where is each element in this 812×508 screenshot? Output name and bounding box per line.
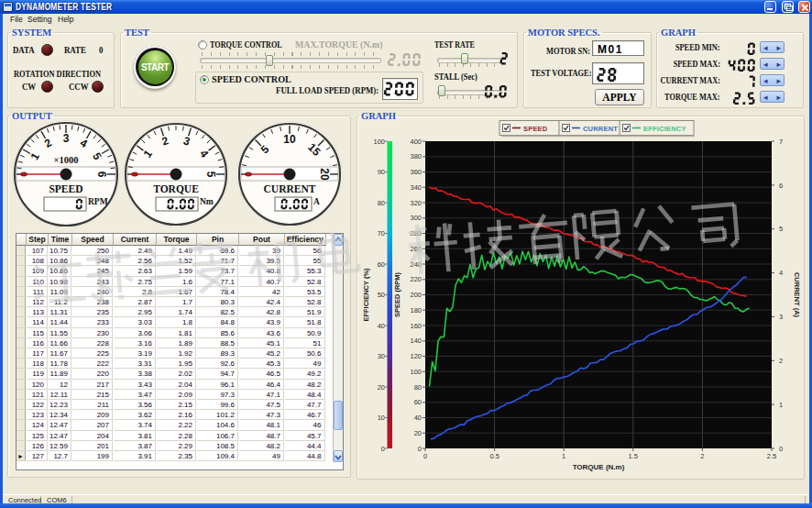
svg-text:0.5: 0.5 xyxy=(489,452,499,460)
svg-text:240: 240 xyxy=(410,260,422,269)
svg-text:60: 60 xyxy=(414,398,422,406)
svg-text:40: 40 xyxy=(414,414,422,422)
svg-text:2.5: 2.5 xyxy=(767,452,776,460)
svg-text:CURRENT (A): CURRENT (A) xyxy=(793,272,801,318)
svg-text:340: 340 xyxy=(410,183,422,192)
svg-text:6: 6 xyxy=(95,171,108,178)
svg-text:1: 1 xyxy=(779,401,783,409)
svg-text:1.5: 1.5 xyxy=(629,452,638,460)
svg-text:CURRENT: CURRENT xyxy=(583,125,618,133)
svg-text:20: 20 xyxy=(318,168,331,181)
svg-text:60: 60 xyxy=(378,260,385,269)
svg-text:160: 160 xyxy=(410,322,422,330)
svg-text:CURRENT: CURRENT xyxy=(264,183,316,194)
svg-text:360: 360 xyxy=(410,168,422,176)
svg-text:220: 220 xyxy=(410,275,422,283)
svg-text:70: 70 xyxy=(378,229,385,237)
svg-text:10: 10 xyxy=(283,133,296,146)
svg-text:380: 380 xyxy=(410,152,422,160)
svg-text:10: 10 xyxy=(378,414,385,422)
svg-text:320: 320 xyxy=(410,199,422,207)
svg-text:Nm: Nm xyxy=(200,197,214,206)
svg-text:TORQUE (N.m): TORQUE (N.m) xyxy=(573,463,625,471)
svg-text:7: 7 xyxy=(779,138,783,146)
svg-text:2: 2 xyxy=(779,357,783,365)
svg-text:300: 300 xyxy=(410,214,422,222)
svg-text:SPEED: SPEED xyxy=(49,183,82,194)
svg-text:100: 100 xyxy=(373,138,385,146)
svg-text:2: 2 xyxy=(700,452,704,460)
svg-text:×1000: ×1000 xyxy=(54,155,79,165)
svg-text:90: 90 xyxy=(378,168,385,176)
svg-text:400: 400 xyxy=(410,138,422,146)
svg-text:0: 0 xyxy=(418,445,422,453)
svg-text:30: 30 xyxy=(378,352,385,360)
svg-text:80: 80 xyxy=(414,383,422,392)
svg-text:80: 80 xyxy=(378,199,385,207)
svg-text:EFFICIENCY: EFFICIENCY xyxy=(643,125,686,133)
svg-text:SPEED (RPM): SPEED (RPM) xyxy=(393,271,401,317)
svg-text:3: 3 xyxy=(779,313,783,321)
svg-text:EFFICIENCY (%): EFFICIENCY (%) xyxy=(362,268,370,322)
svg-text:0: 0 xyxy=(381,445,385,453)
svg-text:180: 180 xyxy=(410,306,422,315)
svg-text:0: 0 xyxy=(423,452,427,460)
svg-text:4: 4 xyxy=(779,269,783,277)
svg-text:20: 20 xyxy=(414,429,422,437)
svg-text:40: 40 xyxy=(378,322,385,330)
svg-text:5: 5 xyxy=(204,171,217,178)
svg-text:5: 5 xyxy=(779,225,783,233)
svg-text:A: A xyxy=(313,197,320,206)
svg-text:260: 260 xyxy=(410,245,422,253)
svg-text:200: 200 xyxy=(410,291,422,299)
svg-text:3: 3 xyxy=(63,132,70,145)
svg-text:SPEED: SPEED xyxy=(523,125,548,133)
svg-text:20: 20 xyxy=(378,383,385,392)
svg-text:280: 280 xyxy=(410,229,422,237)
svg-text:1: 1 xyxy=(562,452,565,460)
svg-text:140: 140 xyxy=(410,337,422,345)
svg-text:50: 50 xyxy=(378,291,385,299)
svg-text:100: 100 xyxy=(410,368,422,376)
svg-text:0: 0 xyxy=(779,445,783,453)
svg-text:TORQUE: TORQUE xyxy=(153,183,199,194)
svg-text:RPM: RPM xyxy=(88,197,108,206)
svg-text:120: 120 xyxy=(410,352,422,360)
svg-text:6: 6 xyxy=(779,182,783,190)
